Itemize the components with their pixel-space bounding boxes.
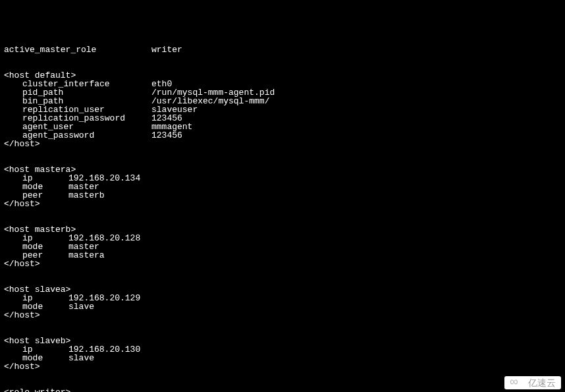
watermark-text: 亿速云	[528, 379, 556, 387]
tag-open: <role writer>	[4, 388, 561, 392]
host-slaveb-block: <host slaveb>ip192.168.20.130modeslave</…	[4, 337, 561, 371]
host-default-block: <host default>cluster_interfaceeth0pid_p…	[4, 71, 561, 148]
watermark-logo-icon	[510, 378, 525, 387]
val-agent-password: 123456	[151, 131, 182, 140]
host-slavea-block: <host slavea>ip192.168.20.129modeslave</…	[4, 285, 561, 320]
watermark: 亿速云	[504, 376, 561, 389]
key-active-master-role: active_master_role	[4, 45, 151, 54]
val-peer: masterb	[68, 191, 105, 200]
val-active-master-role: writer	[151, 45, 182, 54]
tag-close: </host>	[4, 260, 561, 268]
role-writer-block: <role writer>hostsmastera, masterbips192…	[4, 388, 561, 392]
tag-close: </host>	[4, 311, 561, 320]
tag-close: </host>	[4, 200, 561, 208]
key-agent-password: agent_password	[22, 131, 151, 140]
val-mode: slave	[68, 354, 94, 362]
tag-close: </host>	[4, 362, 561, 371]
host-mastera-block: <host mastera>ip192.168.20.134modemaster…	[4, 165, 561, 208]
host-masterb-block: <host masterb>ip192.168.20.128modemaster…	[4, 225, 561, 268]
top-line: active_master_rolewriter	[4, 45, 561, 54]
val-mode: slave	[68, 302, 94, 311]
tag-close: </host>	[4, 140, 561, 148]
val-peer: mastera	[68, 251, 105, 260]
terminal-output: active_master_rolewriter <host default>c…	[4, 37, 561, 392]
